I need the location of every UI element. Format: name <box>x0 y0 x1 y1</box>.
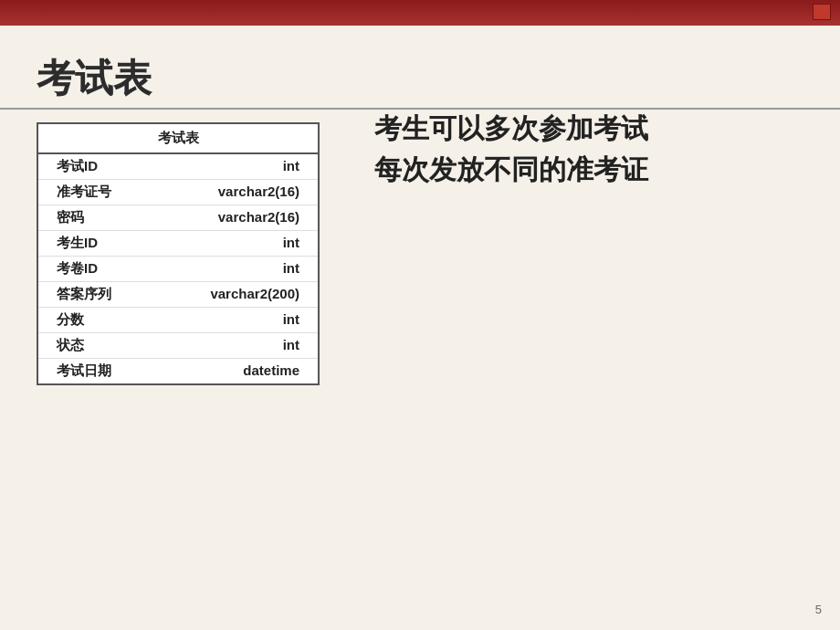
description-line1: 考生可以多次参加考试 <box>374 108 648 149</box>
col-type: int <box>283 158 299 175</box>
col-name: 答案序列 <box>57 286 130 303</box>
table-row: 分数int <box>38 308 318 333</box>
table-row: 考试IDint <box>38 154 318 180</box>
page-title: 考试表 <box>37 53 320 104</box>
divider-line <box>0 108 840 110</box>
description-line2: 每次发放不同的准考证 <box>374 149 648 190</box>
col-name: 状态 <box>57 337 130 354</box>
col-type: datetime <box>243 362 299 380</box>
col-type: int <box>283 337 299 354</box>
col-name: 考试ID <box>57 158 130 175</box>
col-type: int <box>283 311 299 329</box>
table-rows-container: 考试IDint准考证号varchar2(16)密码varchar2(16)考生I… <box>38 154 318 383</box>
col-type: int <box>283 260 299 278</box>
col-name: 分数 <box>57 311 130 329</box>
col-name: 密码 <box>57 209 130 226</box>
col-type: varchar2(16) <box>218 184 299 201</box>
col-name: 考卷ID <box>57 260 130 278</box>
col-type: int <box>283 235 299 252</box>
description-text: 考生可以多次参加考试 每次发放不同的准考证 <box>374 108 648 190</box>
col-type: varchar2(16) <box>218 209 299 226</box>
table-header: 考试表 <box>38 124 318 154</box>
table-row: 考卷IDint <box>38 257 318 282</box>
right-panel: 考生可以多次参加考试 每次发放不同的准考证 <box>356 53 648 385</box>
slide-number: 5 <box>815 603 822 616</box>
table-row: 考试日期datetime <box>38 359 318 383</box>
table-row: 答案序列varchar2(200) <box>38 282 318 308</box>
table-row: 密码varchar2(16) <box>38 205 318 231</box>
table-row: 状态int <box>38 333 318 359</box>
col-name: 考生ID <box>57 235 130 252</box>
top-bar <box>0 0 840 26</box>
table-row: 考生IDint <box>38 231 318 257</box>
left-panel: 考试表 考试表 考试IDint准考证号varchar2(16)密码varchar… <box>37 53 320 385</box>
top-bar-accent <box>813 4 831 20</box>
col-type: varchar2(200) <box>210 286 299 303</box>
col-name: 准考证号 <box>57 184 130 201</box>
table-row: 准考证号varchar2(16) <box>38 180 318 205</box>
table-container: 考试表 考试IDint准考证号varchar2(16)密码varchar2(16… <box>37 122 320 385</box>
col-name: 考试日期 <box>57 362 130 380</box>
